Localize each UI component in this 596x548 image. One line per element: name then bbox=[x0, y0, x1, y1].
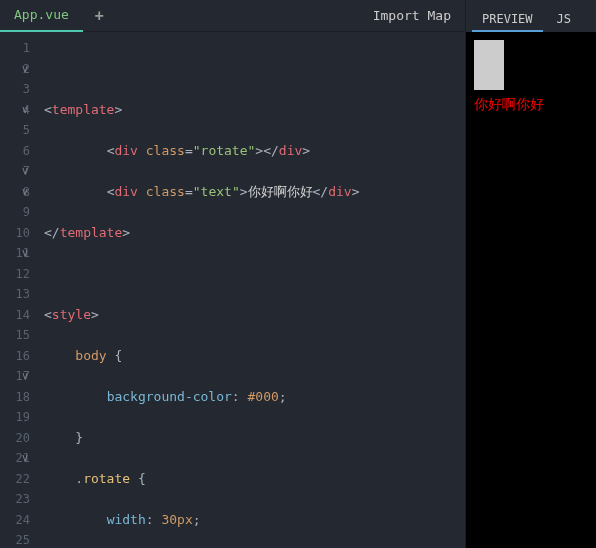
tab-js[interactable]: JS bbox=[547, 6, 581, 32]
preview-body: 你好啊你好 bbox=[466, 32, 596, 548]
line-gutter: 12v34v567v8v91011v121314151617v18192021v… bbox=[0, 32, 38, 548]
line-number: 5 bbox=[0, 120, 38, 141]
preview-text: 你好啊你好 bbox=[474, 96, 588, 114]
code-line: .rotate { bbox=[44, 469, 465, 490]
line-number: 20 bbox=[0, 428, 38, 449]
tab-app-vue[interactable]: App.vue bbox=[0, 0, 83, 32]
line-number: 6 bbox=[0, 141, 38, 162]
line-number: 22 bbox=[0, 469, 38, 490]
code-line: body { bbox=[44, 346, 465, 367]
preview-tabs: PREVIEW JS bbox=[466, 0, 596, 32]
fold-icon[interactable]: v bbox=[22, 100, 28, 121]
line-number: 7v bbox=[0, 161, 38, 182]
line-number: 24 bbox=[0, 510, 38, 531]
line-number: 15 bbox=[0, 325, 38, 346]
line-number: 25 bbox=[0, 530, 38, 548]
line-number: 21v bbox=[0, 448, 38, 469]
fold-icon[interactable]: v bbox=[22, 182, 28, 203]
editor-tabs: App.vue + Import Map bbox=[0, 0, 465, 32]
line-number: 1 bbox=[0, 38, 38, 59]
preview-pane: PREVIEW JS 你好啊你好 bbox=[465, 0, 596, 548]
code-line: width: 30px; bbox=[44, 510, 465, 531]
line-number: 16 bbox=[0, 346, 38, 367]
tab-preview[interactable]: PREVIEW bbox=[472, 6, 543, 32]
editor-pane: App.vue + Import Map 12v34v567v8v91011v1… bbox=[0, 0, 465, 548]
line-number: 23 bbox=[0, 489, 38, 510]
line-number: 4v bbox=[0, 100, 38, 121]
line-number: 14 bbox=[0, 305, 38, 326]
code-line bbox=[44, 59, 465, 80]
fold-icon[interactable]: v bbox=[22, 161, 28, 182]
line-number: 11v bbox=[0, 243, 38, 264]
code-area: 12v34v567v8v91011v121314151617v18192021v… bbox=[0, 32, 465, 548]
line-number: 3 bbox=[0, 79, 38, 100]
fold-icon[interactable]: v bbox=[22, 59, 28, 80]
import-map-button[interactable]: Import Map bbox=[359, 8, 465, 23]
line-number: 9 bbox=[0, 202, 38, 223]
line-number: 13 bbox=[0, 284, 38, 305]
line-number: 2v bbox=[0, 59, 38, 80]
tab-add-button[interactable]: + bbox=[83, 7, 116, 25]
code-line: </template> bbox=[44, 223, 465, 244]
code-line: <div class="text">你好啊你好</div> bbox=[44, 182, 465, 203]
line-number: 17v bbox=[0, 366, 38, 387]
code-line: <style> bbox=[44, 305, 465, 326]
line-number: 12 bbox=[0, 264, 38, 285]
code-line: } bbox=[44, 428, 465, 449]
fold-icon[interactable]: v bbox=[22, 243, 28, 264]
code-editor[interactable]: <template> <div class="rotate"></div> <d… bbox=[38, 32, 465, 548]
fold-icon[interactable]: v bbox=[22, 366, 28, 387]
code-line: <template> bbox=[44, 100, 465, 121]
line-number: 19 bbox=[0, 407, 38, 428]
preview-rotate-box bbox=[474, 40, 504, 90]
code-line: <div class="rotate"></div> bbox=[44, 141, 465, 162]
line-number: 18 bbox=[0, 387, 38, 408]
line-number: 10 bbox=[0, 223, 38, 244]
code-line: background-color: #000; bbox=[44, 387, 465, 408]
code-line bbox=[44, 264, 465, 285]
fold-icon[interactable]: v bbox=[22, 448, 28, 469]
line-number: 8v bbox=[0, 182, 38, 203]
